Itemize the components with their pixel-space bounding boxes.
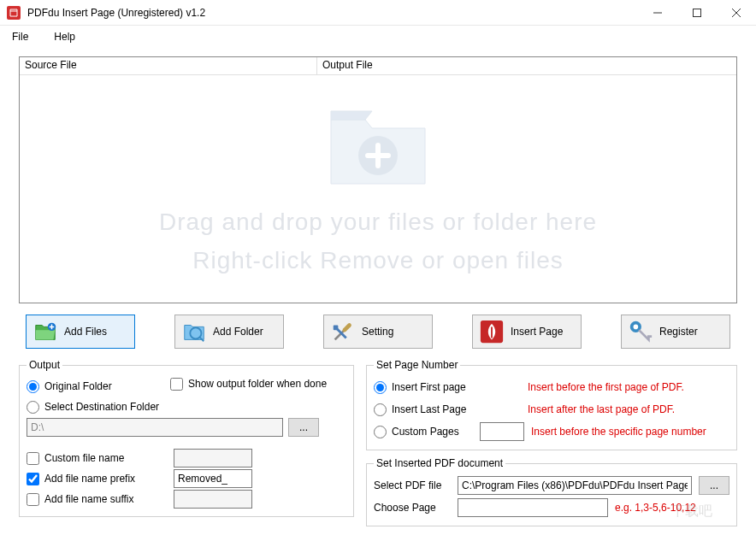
register-icon [627,318,654,345]
original-folder-radio[interactable] [27,380,39,393]
suffix-label: Add file name suffix [44,493,134,505]
register-button[interactable]: Register [621,315,730,349]
page-number-group: Set Page Number Insert First page Insert… [366,359,737,450]
maximize-button[interactable] [677,0,717,26]
custom-name-check[interactable] [27,452,39,465]
add-folder-icon [180,318,208,345]
page-number-legend: Set Page Number [374,359,460,371]
menubar: File Help [0,26,756,48]
choose-page-input[interactable] [458,498,608,517]
setting-label: Setting [362,326,393,338]
add-folder-button[interactable]: Add Folder [174,315,284,349]
insert-first-label: Insert First page [392,381,466,393]
file-table[interactable]: Source File Output File Drag and drop yo… [19,56,737,303]
suffix-input[interactable] [174,490,252,509]
prefix-check[interactable] [27,473,39,485]
select-dest-label: Select Destination Folder [44,401,159,413]
select-pdf-label: Select PDF file [374,479,451,491]
original-folder-label: Original Folder [44,380,112,392]
toolbar: Add Files Add Folder Setting Insert Page… [19,303,737,359]
add-folder-label: Add Folder [213,326,263,338]
show-output-check[interactable] [170,378,183,391]
setting-icon [329,318,357,345]
insert-page-icon [478,318,505,345]
drop-placeholder: Drag and drop your files or folder here … [20,75,736,303]
menu-help[interactable]: Help [49,29,80,44]
add-files-icon [32,318,59,345]
menu-file[interactable]: File [7,29,33,44]
insert-first-radio[interactable] [374,381,387,394]
register-label: Register [659,326,698,338]
svg-rect-4 [334,326,339,331]
add-files-button[interactable]: Add Files [26,315,135,349]
inserted-doc-legend: Set Inserted PDF document [374,457,505,469]
insert-last-label: Insert Last Page [392,403,466,415]
insert-page-button[interactable]: Insert Page [472,315,582,349]
add-files-label: Add Files [64,326,107,338]
titlebar: PDFdu Insert Page (Unregistered) v1.2 [0,0,756,26]
custom-pages-hint: Insert before the specific page number [531,426,706,438]
suffix-check[interactable] [27,493,39,506]
browse-dest-button[interactable]: ... [288,418,319,437]
prefix-input[interactable] [174,469,252,488]
insert-first-hint: Insert before the first page of PDF. [528,381,684,393]
insert-page-label: Insert Page [511,326,563,338]
setting-button[interactable]: Setting [323,315,433,349]
custom-name-label: Custom file name [44,452,124,464]
app-icon [7,6,21,20]
show-output-label: Show output folder when done [188,378,327,390]
close-button[interactable] [717,0,756,26]
custom-name-input[interactable] [174,449,252,467]
select-dest-radio[interactable] [27,401,39,414]
select-pdf-input[interactable] [458,476,692,495]
window-title: PDFdu Insert Page (Unregistered) v1.2 [27,7,638,19]
inserted-doc-group: Set Inserted PDF document Select PDF fil… [366,457,737,526]
custom-pages-radio[interactable] [374,426,387,438]
output-group: Output Original Folder Select Destinatio… [19,359,354,517]
browse-pdf-button[interactable]: ... [699,476,729,495]
svg-rect-0 [694,9,701,16]
insert-last-radio[interactable] [374,403,387,416]
dest-path-input[interactable] [27,418,283,437]
table-header: Source File Output File [20,57,736,75]
svg-point-7 [634,325,639,330]
custom-pages-label: Custom Pages [392,426,459,438]
choose-page-label: Choose Page [374,502,451,514]
choose-page-hint: e.g. 1,3-5,6-10,12 [615,502,696,514]
output-legend: Output [27,359,62,371]
insert-last-hint: Insert after the last page of PDF. [528,403,675,415]
col-source[interactable]: Source File [20,57,317,74]
placeholder-line2: Right-click Remove or open files [192,242,564,280]
minimize-button[interactable] [638,0,677,26]
folder-plus-icon [322,98,434,195]
prefix-label: Add file name prefix [44,473,135,485]
placeholder-line1: Drag and drop your files or folder here [159,203,597,242]
custom-pages-input[interactable] [480,422,524,441]
col-output[interactable]: Output File [317,57,736,74]
